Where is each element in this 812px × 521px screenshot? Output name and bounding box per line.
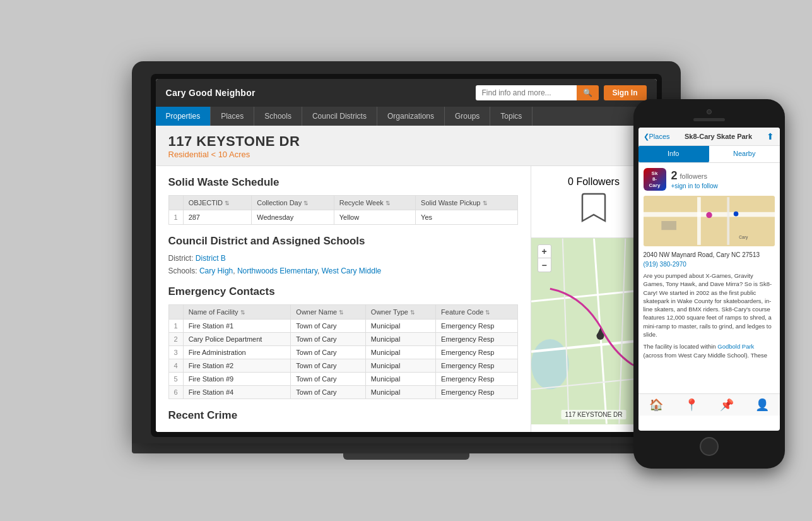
col-solid-waste-pickup[interactable]: Solid Waste Pickup ⇅ bbox=[416, 196, 517, 210]
emergency-contacts-title: Emergency Contacts bbox=[168, 285, 518, 298]
col-collection-day[interactable]: Collection Day ⇅ bbox=[252, 196, 334, 210]
laptop-stand bbox=[343, 453, 469, 460]
bookmark-icon bbox=[541, 193, 647, 227]
phone-logo-text: Sk8-Cary bbox=[649, 171, 661, 189]
tab-properties[interactable]: Properties bbox=[156, 107, 211, 126]
phone-map-area: Cary bbox=[644, 196, 775, 246]
search-box: 🔍 bbox=[476, 85, 599, 100]
phone-home-button[interactable] bbox=[700, 437, 719, 456]
phone-camera bbox=[707, 109, 712, 114]
table-row: 6 Fire Station #4 Town of Cary Municipal… bbox=[168, 386, 517, 399]
district-label: District: bbox=[168, 254, 194, 263]
phone-nav-map[interactable]: 📌 bbox=[709, 394, 744, 416]
ec-col-type[interactable]: Owner Type ⇅ bbox=[365, 305, 435, 320]
phone-content: Sk8-Cary 2 followers +sign in to follow bbox=[638, 163, 780, 368]
page-header: 117 KEYSTONE DR Residential < 10 Acres bbox=[156, 126, 657, 166]
table-row: 1 287 Wednesday Yellow Yes bbox=[168, 210, 517, 225]
tab-places[interactable]: Places bbox=[211, 107, 254, 126]
schools-label: Schools: bbox=[168, 266, 197, 275]
phone-followers-info: 2 followers bbox=[671, 169, 718, 183]
description-text-2: The facility is located within bbox=[644, 343, 716, 350]
phone-followers-block: 2 followers +sign in to follow bbox=[671, 169, 718, 189]
phone-device: ❮ Places Sk8-Cary Skate Park ⬆ Info Near… bbox=[633, 99, 785, 469]
tab-schools[interactable]: Schools bbox=[254, 107, 302, 126]
solid-waste-section: Solid Waste Schedule OBJECTID ⇅ Collecti… bbox=[168, 176, 518, 225]
emergency-contacts-section: Emergency Contacts Name of Facility ⇅ Ow… bbox=[168, 285, 518, 399]
phone-bottom-nav: 🏠 📍 📌 👤 bbox=[638, 393, 780, 416]
phone-followers-count: 2 bbox=[671, 169, 678, 183]
col-num bbox=[168, 196, 183, 210]
school-northwoods[interactable]: Northwoods Elementary bbox=[237, 266, 317, 275]
ec-type: Municipal bbox=[365, 320, 435, 333]
col-objectid[interactable]: OBJECTID ⇅ bbox=[183, 196, 252, 210]
page-title: 117 KEYSTONE DR bbox=[168, 133, 644, 150]
phone-back-button[interactable]: ❮ Places bbox=[644, 133, 670, 141]
zoom-out-button[interactable]: − bbox=[538, 258, 551, 272]
phone-park-link[interactable]: Godbold Park bbox=[717, 343, 754, 350]
phone-address: 2040 NW Maynard Road, Cary NC 27513 bbox=[644, 251, 775, 258]
phone-tab-info[interactable]: Info bbox=[638, 146, 709, 162]
council-district-title: Council District and Assigned Schools bbox=[168, 235, 518, 248]
cell-objectid: 287 bbox=[183, 210, 252, 225]
phone-tab-bar: Info Nearby bbox=[638, 146, 780, 163]
col-recycle-week[interactable]: Recycle Week ⇅ bbox=[334, 196, 415, 210]
cell-solid-waste-pickup: Yes bbox=[416, 210, 517, 225]
search-input[interactable] bbox=[476, 85, 577, 100]
solid-waste-table: OBJECTID ⇅ Collection Day ⇅ Recycle Week… bbox=[168, 195, 518, 225]
phone-nav-location[interactable]: 📍 bbox=[674, 394, 709, 416]
tab-topics[interactable]: Topics bbox=[490, 107, 533, 126]
content-left: Solid Waste Schedule OBJECTID ⇅ Collecti… bbox=[156, 166, 531, 432]
svg-point-15 bbox=[733, 212, 738, 217]
followers-label: Followers bbox=[576, 176, 619, 187]
emergency-contacts-table: Name of Facility ⇅ Owner Name ⇅ Owner Ty… bbox=[168, 304, 518, 399]
zoom-in-button[interactable]: + bbox=[538, 244, 551, 258]
laptop-base bbox=[132, 442, 681, 453]
ec-col-facility[interactable]: Name of Facility ⇅ bbox=[183, 305, 291, 320]
ec-col-code[interactable]: Feature Code ⇅ bbox=[436, 305, 517, 320]
phone-share-button[interactable]: ⬆ bbox=[767, 131, 774, 141]
phone-number-link[interactable]: (919) 380-2970 bbox=[644, 261, 775, 268]
school-west-cary[interactable]: West Cary Middle bbox=[322, 266, 381, 275]
phone-nav-user[interactable]: 👤 bbox=[744, 394, 780, 416]
phone-description-2: The facility is located within Godbold P… bbox=[644, 342, 775, 359]
page-subtitle: Residential < 10 Acres bbox=[168, 150, 644, 159]
svg-rect-16 bbox=[661, 221, 676, 230]
phone-place-logo: Sk8-Cary bbox=[644, 168, 666, 191]
phone-screen: ❮ Places Sk8-Cary Skate Park ⬆ Info Near… bbox=[638, 128, 780, 431]
tab-council-districts[interactable]: Council Districts bbox=[302, 107, 377, 126]
phone-topbar: ❮ Places Sk8-Cary Skate Park ⬆ bbox=[638, 128, 780, 146]
phone-sign-in-link[interactable]: +sign in to follow bbox=[671, 183, 718, 189]
phone-speaker bbox=[693, 118, 725, 121]
phone-followers-label: followers bbox=[680, 172, 707, 180]
table-row: 2 Cary Police Department Town of Cary Mu… bbox=[168, 333, 517, 346]
ec-row-num: 1 bbox=[168, 320, 183, 333]
tab-groups[interactable]: Groups bbox=[445, 107, 490, 126]
phone-nav-home[interactable]: 🏠 bbox=[638, 394, 674, 416]
ec-col-owner[interactable]: Owner Name ⇅ bbox=[291, 305, 366, 320]
table-row: 4 Fire Station #2 Town of Cary Municipal… bbox=[168, 359, 517, 373]
tab-navigation: Properties Places Schools Council Distri… bbox=[156, 107, 657, 126]
svg-point-1 bbox=[531, 339, 569, 390]
cell-recycle-week: Yellow bbox=[334, 210, 415, 225]
phone-page-title: Sk8-Cary Skate Park bbox=[685, 133, 752, 140]
cell-collection-day: Wednesday bbox=[252, 210, 334, 225]
district-info: District: District B bbox=[168, 254, 518, 263]
tab-organizations[interactable]: Organizations bbox=[377, 107, 445, 126]
row-num: 1 bbox=[168, 210, 183, 225]
phone-tab-nearby[interactable]: Nearby bbox=[709, 146, 780, 162]
district-value[interactable]: District B bbox=[196, 254, 226, 263]
recent-crime-title: Recent Crime bbox=[168, 409, 518, 422]
solid-waste-title: Solid Waste Schedule bbox=[168, 176, 518, 189]
ec-code: Emergency Resp bbox=[436, 320, 517, 333]
council-district-section: Council District and Assigned Schools Di… bbox=[168, 235, 518, 275]
map-zoom-controls: + − bbox=[538, 244, 551, 272]
main-content: Solid Waste Schedule OBJECTID ⇅ Collecti… bbox=[156, 166, 657, 432]
svg-rect-13 bbox=[727, 197, 729, 245]
description-text-3: (across from West Cary Middle School). T… bbox=[644, 352, 768, 359]
svg-text:Cary: Cary bbox=[739, 235, 748, 240]
table-row: 1 Fire Station #1 Town of Cary Municipal… bbox=[168, 320, 517, 333]
search-button[interactable]: 🔍 bbox=[577, 85, 599, 100]
signin-button[interactable]: Sign In bbox=[604, 85, 647, 100]
school-cary-high[interactable]: Cary High bbox=[199, 266, 233, 275]
phone-back-label: Places bbox=[649, 133, 670, 140]
